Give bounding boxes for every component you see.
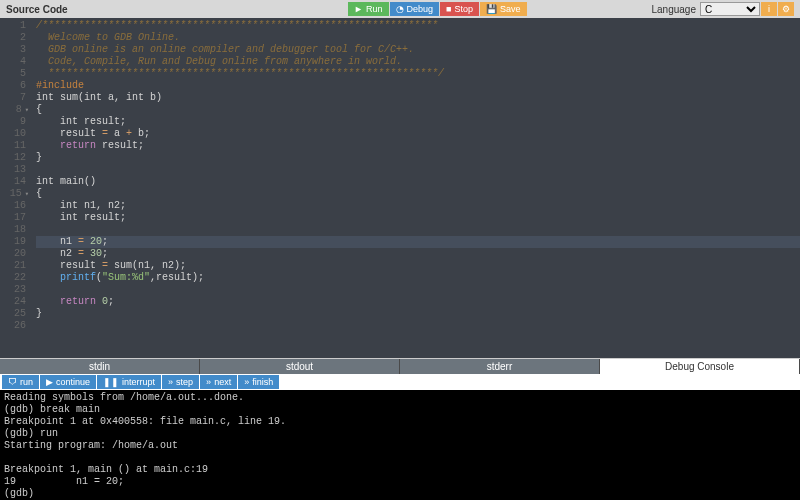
code-line[interactable]: int result;	[36, 212, 800, 224]
debug-toolbar: ⛉run ▶continue ❚❚interrupt »step »next »…	[0, 374, 800, 390]
line-gutter: 1234567891011121314151617181920212223242…	[0, 18, 32, 358]
line-number: 24	[0, 296, 26, 308]
code-line[interactable]: Welcome to GDB Online.	[36, 32, 800, 44]
dbg-finish-button[interactable]: »finish	[238, 375, 279, 389]
code-line[interactable]: /***************************************…	[36, 20, 800, 32]
code-line[interactable]: int sum(int a, int b)	[36, 92, 800, 104]
line-number: 3	[0, 44, 26, 56]
gear-icon[interactable]: ⚙	[778, 2, 794, 16]
line-number: 20	[0, 248, 26, 260]
line-number: 9	[0, 116, 26, 128]
line-number: 26	[0, 320, 26, 332]
code-line[interactable]	[36, 224, 800, 236]
line-number: 10	[0, 128, 26, 140]
code-line[interactable]: printf("Sum:%d",result);	[36, 272, 800, 284]
language-select[interactable]: C	[700, 2, 760, 16]
finish-icon: »	[244, 377, 249, 387]
line-number: 15	[0, 188, 26, 200]
code-line[interactable]: }	[36, 152, 800, 164]
code-line[interactable]: int result;	[36, 116, 800, 128]
save-button[interactable]: 💾Save	[480, 2, 527, 16]
line-number: 23	[0, 284, 26, 296]
code-line[interactable]: n2 = 30;	[36, 248, 800, 260]
stop-icon: ■	[446, 4, 451, 14]
console-tab-stderr[interactable]: stderr	[400, 359, 600, 374]
code-line[interactable]	[36, 164, 800, 176]
line-number: 7	[0, 92, 26, 104]
play-icon: ►	[354, 4, 363, 14]
line-number: 22	[0, 272, 26, 284]
play-icon: ▶	[46, 377, 53, 387]
code-line[interactable]: n1 = 20;	[36, 236, 800, 248]
code-area[interactable]: /***************************************…	[32, 18, 800, 358]
dbg-run-button[interactable]: ⛉run	[2, 375, 39, 389]
next-icon: »	[206, 377, 211, 387]
clock-icon: ◔	[396, 4, 404, 14]
run-icon: ⛉	[8, 377, 17, 387]
run-button[interactable]: ►Run	[348, 2, 388, 16]
code-line[interactable]: #include	[36, 80, 800, 92]
line-number: 17	[0, 212, 26, 224]
code-line[interactable]: return 0;	[36, 296, 800, 308]
code-line[interactable]: return result;	[36, 140, 800, 152]
pause-icon: ❚❚	[103, 377, 119, 387]
line-number: 25	[0, 308, 26, 320]
line-number: 21	[0, 260, 26, 272]
dbg-next-button[interactable]: »next	[200, 375, 237, 389]
line-number: 2	[0, 32, 26, 44]
code-line[interactable]: Code, Compile, Run and Debug online from…	[36, 56, 800, 68]
code-line[interactable]: result = a + b;	[36, 128, 800, 140]
save-icon: 💾	[486, 4, 497, 14]
code-line[interactable]	[36, 320, 800, 332]
line-number: 11	[0, 140, 26, 152]
line-number: 8	[0, 104, 26, 116]
console-tab-debug-console[interactable]: Debug Console	[600, 359, 800, 374]
code-line[interactable]: result = sum(n1, n2);	[36, 260, 800, 272]
line-number: 14	[0, 176, 26, 188]
line-number: 1	[0, 20, 26, 32]
debug-button[interactable]: ◔Debug	[390, 2, 440, 16]
line-number: 5	[0, 68, 26, 80]
code-line[interactable]: }	[36, 308, 800, 320]
dbg-continue-button[interactable]: ▶continue	[40, 375, 96, 389]
info-icon[interactable]: i	[761, 2, 777, 16]
top-toolbar: Source Code ►Run ◔Debug ■Stop 💾Save Lang…	[0, 0, 800, 18]
line-number: 18	[0, 224, 26, 236]
code-line[interactable]: int main()	[36, 176, 800, 188]
step-icon: »	[168, 377, 173, 387]
stop-button[interactable]: ■Stop	[440, 2, 479, 16]
code-line[interactable]	[36, 284, 800, 296]
code-line[interactable]: {	[36, 104, 800, 116]
language-label: Language	[652, 4, 697, 15]
line-number: 6	[0, 80, 26, 92]
debug-console-output[interactable]: Reading symbols from /home/a.out...done.…	[0, 390, 800, 500]
line-number: 4	[0, 56, 26, 68]
console-tab-stdin[interactable]: stdin	[0, 359, 200, 374]
dbg-step-button[interactable]: »step	[162, 375, 199, 389]
code-line[interactable]: GDB online is an online compiler and deb…	[36, 44, 800, 56]
console-tabs: stdinstdoutstderrDebug Console	[0, 358, 800, 374]
code-line[interactable]: int n1, n2;	[36, 200, 800, 212]
console-tab-stdout[interactable]: stdout	[200, 359, 400, 374]
line-number: 12	[0, 152, 26, 164]
panel-title: Source Code	[6, 4, 68, 15]
code-line[interactable]: {	[36, 188, 800, 200]
code-editor[interactable]: 1234567891011121314151617181920212223242…	[0, 18, 800, 358]
line-number: 13	[0, 164, 26, 176]
code-line[interactable]: ****************************************…	[36, 68, 800, 80]
line-number: 16	[0, 200, 26, 212]
line-number: 19	[0, 236, 26, 248]
dbg-interrupt-button[interactable]: ❚❚interrupt	[97, 375, 161, 389]
